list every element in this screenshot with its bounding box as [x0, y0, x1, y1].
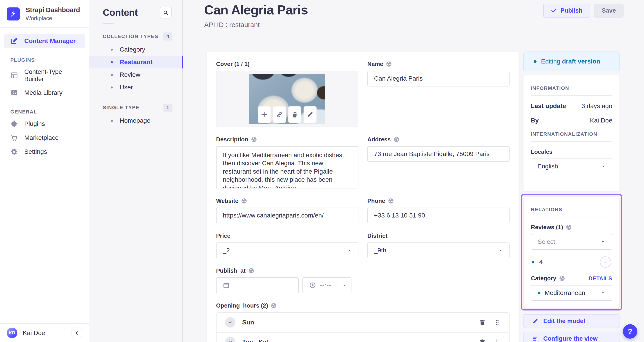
- relations-label: RELATIONS: [531, 207, 612, 213]
- details-link[interactable]: DETAILS: [589, 275, 612, 282]
- phone-input[interactable]: [368, 208, 510, 223]
- layout-icon: [10, 72, 18, 79]
- minus-icon: [603, 260, 608, 265]
- api-id-subtitle: API ID : restaurant: [204, 21, 308, 29]
- field-cover: Cover (1 / 1): [216, 61, 358, 127]
- relations-card: RELATIONS Reviews (1) Select 4: [524, 197, 619, 307]
- help-button[interactable]: ?: [623, 324, 637, 339]
- address-input[interactable]: [368, 146, 510, 162]
- pencil-icon: [532, 318, 538, 324]
- category-label: Category: [531, 275, 556, 282]
- expand-row-button[interactable]: [225, 337, 236, 342]
- copy-link-button[interactable]: [273, 106, 286, 123]
- strapi-logo-icon: [7, 8, 20, 21]
- trash-icon[interactable]: [479, 339, 486, 342]
- search-icon: [163, 10, 168, 15]
- check-icon: [551, 8, 557, 14]
- sidebar-item-marketplace[interactable]: Marketplace: [4, 131, 85, 144]
- main-content: Can Alegria Paris API ID : restaurant Pu…: [183, 0, 644, 342]
- sidebar-item-content-manager[interactable]: Content Manager: [4, 34, 85, 48]
- price-select[interactable]: _2: [216, 243, 358, 258]
- edit-media-button[interactable]: [304, 106, 316, 123]
- clear-icon[interactable]: [590, 290, 592, 296]
- information-label: INFORMATION: [531, 85, 612, 91]
- sidebar-item-label: Content-Type Builder: [24, 68, 82, 83]
- subnav-item-label: Restaurant: [120, 59, 152, 66]
- bullet-icon: [111, 120, 113, 122]
- brand-title: Strapi Dashboard: [26, 6, 80, 14]
- draft-dot-icon: [538, 292, 540, 294]
- sidebar-item-label: Settings: [24, 148, 47, 155]
- caret-down-icon: [601, 164, 606, 169]
- locales-label: Locales: [531, 148, 612, 155]
- search-button[interactable]: [160, 7, 172, 19]
- globe-icon: [248, 268, 254, 274]
- content-subnav: Content COLLECTION TYPES 4 Category Rest…: [89, 0, 183, 342]
- last-update-value: 3 days ago: [582, 102, 612, 110]
- chevron-left-icon: [74, 330, 80, 335]
- expand-row-button[interactable]: [225, 317, 236, 327]
- locale-select[interactable]: English: [531, 158, 612, 174]
- relation-link[interactable]: 4: [539, 258, 543, 266]
- edit-model-button[interactable]: Edit the model: [524, 314, 620, 328]
- gear-icon: [10, 148, 18, 155]
- main-sidebar: Strapi Dashboard Workplace Content Manag…: [0, 0, 89, 342]
- subnav-item-restaurant[interactable]: Restaurant: [89, 56, 182, 68]
- publish-at-date-input[interactable]: [216, 277, 299, 293]
- plus-icon: [261, 111, 268, 118]
- brand: Strapi Dashboard Workplace: [0, 0, 89, 28]
- delete-media-button[interactable]: [288, 106, 301, 123]
- relation-item: 4: [532, 256, 611, 268]
- cover-label: Cover (1 / 1): [216, 61, 250, 68]
- collapse-sidebar-button[interactable]: [72, 327, 82, 338]
- publish-at-time-input[interactable]: --:--: [302, 277, 352, 293]
- subnav-item-label: User: [120, 84, 133, 91]
- reviews-select[interactable]: Select: [531, 234, 612, 250]
- strapi-app: Strapi Dashboard Workplace Content Manag…: [0, 0, 644, 342]
- trash-icon[interactable]: [479, 319, 486, 326]
- opening-hours-row-sun: Sun: [216, 313, 509, 332]
- district-select[interactable]: _9th: [368, 243, 510, 258]
- caret-down-icon: [601, 240, 605, 244]
- opening-hours-row-tue-sat: Tue - Sat: [216, 332, 509, 342]
- field-district: District _9th: [368, 232, 510, 258]
- globe-icon: [251, 136, 257, 142]
- chevron-down-icon: [228, 320, 232, 324]
- sidebar-item-label: Marketplace: [24, 134, 59, 141]
- sidebar-item-media-library[interactable]: Media Library: [4, 86, 85, 99]
- publish-button[interactable]: Publish: [543, 4, 590, 18]
- name-input[interactable]: [368, 71, 510, 86]
- sidebar-item-label: Content Manager: [24, 37, 76, 45]
- save-button[interactable]: Save: [594, 4, 624, 18]
- calendar-icon: [223, 282, 230, 289]
- drag-handle-icon[interactable]: [494, 319, 500, 326]
- subnav-item-user[interactable]: User: [89, 81, 182, 94]
- single-type-label: SINGLE TYPE: [103, 105, 140, 111]
- subnav-item-homepage[interactable]: Homepage: [89, 114, 182, 127]
- category-select[interactable]: Mediterranean: [531, 285, 612, 301]
- page-title: Can Alegria Paris: [204, 2, 308, 17]
- website-input[interactable]: [216, 208, 358, 223]
- caret-down-icon: [498, 248, 503, 253]
- by-value: Kai Doe: [590, 117, 612, 124]
- trash-icon: [292, 111, 298, 118]
- website-label: Website: [216, 198, 238, 205]
- configure-view-button[interactable]: Configure the view: [524, 332, 620, 342]
- field-address: Address: [368, 136, 510, 189]
- sidebar-item-settings[interactable]: Settings: [4, 145, 85, 158]
- add-media-button[interactable]: [258, 106, 271, 123]
- phone-label: Phone: [368, 198, 385, 205]
- sidebar-item-plugins[interactable]: Plugins: [4, 117, 85, 131]
- subnav-item-category[interactable]: Category: [89, 43, 182, 56]
- globe-icon: [394, 136, 400, 142]
- relations-highlight-outline: RELATIONS Reviews (1) Select 4: [521, 194, 622, 310]
- subnav-item-review[interactable]: Review: [89, 68, 182, 81]
- description-textarea[interactable]: If you like Mediterranean and exotic dis…: [216, 146, 358, 189]
- drag-handle-icon[interactable]: [494, 339, 500, 342]
- collection-types-label: COLLECTION TYPES: [103, 34, 158, 39]
- remove-relation-button[interactable]: [600, 256, 611, 268]
- district-label: District: [368, 232, 388, 239]
- sidebar-item-content-type-builder[interactable]: Content-Type Builder: [4, 65, 85, 86]
- cover-upload-zone[interactable]: [216, 71, 358, 127]
- cart-icon: [10, 134, 18, 142]
